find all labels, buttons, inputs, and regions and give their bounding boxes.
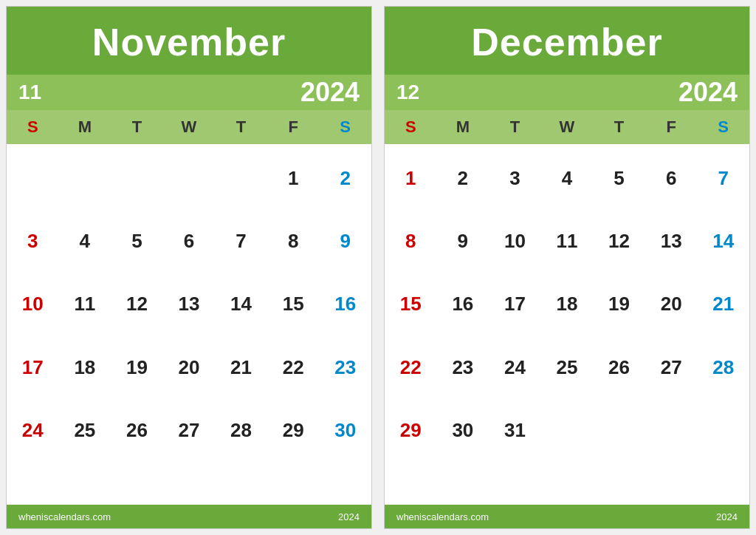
nov-day-6: 1: [267, 147, 320, 210]
nov-day-20: 15: [267, 273, 320, 335]
nov-header-tue: T: [111, 113, 163, 141]
nov-header-fri: F: [267, 113, 320, 141]
november-grid: 1234567891011121314151617181920212223242…: [7, 144, 371, 505]
nov-day-22: 17: [7, 335, 59, 398]
dec-day-32: [541, 399, 594, 462]
nov-day-40: [215, 462, 267, 502]
dec-header-mon: M: [437, 113, 489, 141]
dec-day-35: [697, 399, 749, 462]
november-year: 2024: [300, 77, 360, 108]
dec-day-10: 10: [489, 210, 541, 273]
december-calendar: December 12 2024 S M T W T F S 123456789…: [384, 6, 750, 529]
dec-day-27: 27: [645, 335, 698, 398]
nov-day-41: [267, 462, 320, 502]
december-year-row: 12 2024: [385, 75, 749, 110]
dec-day-7: 7: [697, 147, 749, 210]
nov-day-34: 29: [267, 399, 320, 462]
nov-day-19: 14: [215, 273, 267, 335]
dec-day-30: 30: [437, 399, 489, 462]
nov-day-32: 27: [163, 399, 216, 462]
december-footer: wheniscalendars.com 2024: [385, 505, 749, 528]
nov-day-5: [215, 147, 267, 210]
dec-day-42: [697, 462, 749, 502]
dec-day-41: [645, 462, 698, 502]
nov-day-7: 2: [319, 147, 371, 210]
nov-day-37: [59, 462, 111, 502]
dec-header-thu: T: [593, 113, 645, 141]
dec-day-1: 1: [385, 147, 437, 210]
dec-day-19: 19: [593, 273, 645, 335]
dec-day-18: 18: [541, 273, 594, 335]
nov-day-3: [111, 147, 163, 210]
nov-day-33: 28: [215, 399, 267, 462]
december-footer-site: wheniscalendars.com: [396, 511, 489, 522]
dec-day-29: 29: [385, 399, 437, 462]
nov-day-42: [319, 462, 371, 502]
nov-day-30: 25: [59, 399, 111, 462]
december-year: 2024: [678, 77, 738, 108]
dec-header-sat: S: [697, 113, 749, 141]
dec-day-17: 17: [489, 273, 541, 335]
november-footer: wheniscalendars.com 2024: [7, 505, 371, 528]
dec-header-fri: F: [645, 113, 698, 141]
december-days-header: S M T W T F S: [385, 110, 749, 144]
dec-day-3: 3: [489, 147, 541, 210]
dec-day-11: 11: [541, 210, 594, 273]
dec-day-5: 5: [593, 147, 645, 210]
dec-day-34: [645, 399, 698, 462]
nov-day-26: 21: [215, 335, 267, 398]
nov-day-23: 18: [59, 335, 111, 398]
dec-header-sun: S: [385, 113, 437, 141]
nov-day-28: 23: [319, 335, 371, 398]
nov-day-13: 8: [267, 210, 320, 273]
dec-day-26: 26: [593, 335, 645, 398]
nov-day-9: 4: [59, 210, 111, 273]
nov-header-sun: S: [7, 113, 59, 141]
november-header: November: [7, 7, 371, 75]
dec-day-33: [593, 399, 645, 462]
nov-day-38: [111, 462, 163, 502]
nov-day-10: 5: [111, 210, 163, 273]
december-footer-year: 2024: [716, 511, 738, 522]
nov-day-17: 12: [111, 273, 163, 335]
nov-day-27: 22: [267, 335, 320, 398]
dec-day-37: [437, 462, 489, 502]
november-month-num: 11: [18, 81, 300, 104]
nov-day-18: 13: [163, 273, 216, 335]
nov-day-2: [59, 147, 111, 210]
nov-day-8: 3: [7, 210, 59, 273]
november-days-header: S M T W T F S: [7, 110, 371, 144]
dec-day-16: 16: [437, 273, 489, 335]
nov-day-24: 19: [111, 335, 163, 398]
nov-header-mon: M: [59, 113, 111, 141]
dec-header-wed: W: [541, 113, 594, 141]
nov-day-31: 26: [111, 399, 163, 462]
dec-day-12: 12: [593, 210, 645, 273]
dec-day-13: 13: [645, 210, 698, 273]
nov-day-12: 7: [215, 210, 267, 273]
november-calendar: November 11 2024 S M T W T F S 123456789…: [6, 6, 372, 529]
dec-day-25: 25: [541, 335, 594, 398]
nov-header-thu: T: [215, 113, 267, 141]
dec-day-20: 20: [645, 273, 698, 335]
dec-day-23: 23: [437, 335, 489, 398]
nov-day-21: 16: [319, 273, 371, 335]
dec-day-40: [593, 462, 645, 502]
nov-day-1: [7, 147, 59, 210]
dec-header-tue: T: [489, 113, 541, 141]
calendars-wrapper: November 11 2024 S M T W T F S 123456789…: [0, 0, 756, 535]
december-header: December: [385, 7, 749, 75]
nov-day-36: [7, 462, 59, 502]
december-title: December: [471, 21, 662, 64]
november-footer-year: 2024: [338, 511, 360, 522]
dec-day-28: 28: [697, 335, 749, 398]
dec-day-36: [385, 462, 437, 502]
nov-day-25: 20: [163, 335, 216, 398]
dec-day-31: 31: [489, 399, 541, 462]
dec-day-4: 4: [541, 147, 594, 210]
nov-header-sat: S: [319, 113, 371, 141]
december-grid: 1234567891011121314151617181920212223242…: [385, 144, 749, 505]
dec-day-38: [489, 462, 541, 502]
november-title: November: [92, 21, 286, 64]
nov-day-14: 9: [319, 210, 371, 273]
